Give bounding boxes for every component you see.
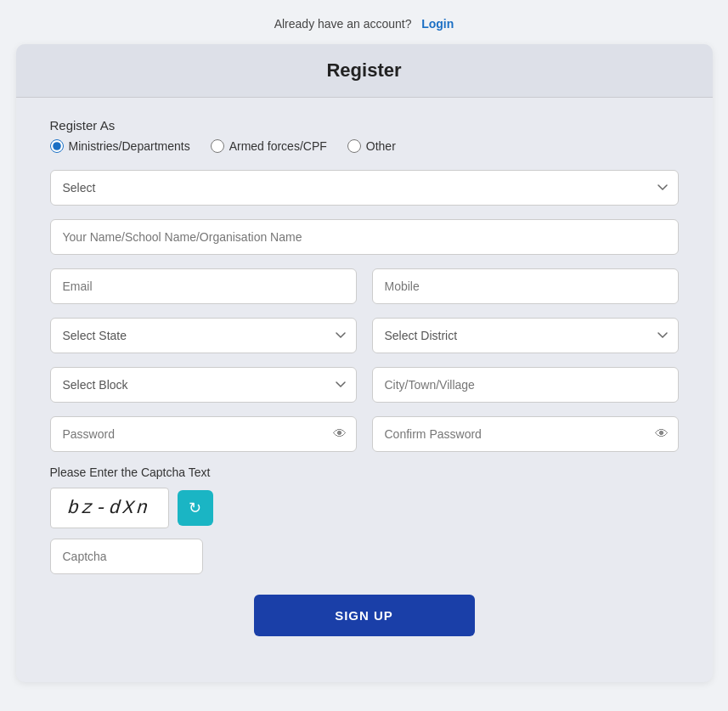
confirm-password-group: 👁 bbox=[372, 416, 679, 452]
password-wrapper: 👁 bbox=[50, 416, 357, 452]
radio-armed[interactable]: Armed forces/CPF bbox=[211, 139, 327, 153]
signup-button[interactable]: SIGN UP bbox=[254, 595, 475, 636]
email-group bbox=[50, 268, 357, 304]
login-link[interactable]: Login bbox=[421, 17, 454, 31]
password-group: 👁 bbox=[50, 416, 357, 452]
confirm-password-input[interactable] bbox=[372, 416, 679, 452]
email-input[interactable] bbox=[50, 268, 357, 304]
name-row bbox=[50, 219, 679, 255]
radio-ministries-label: Ministries/Departments bbox=[69, 139, 190, 153]
captcha-label: Please Enter the Captcha Text bbox=[50, 466, 679, 479]
radio-armed-label: Armed forces/CPF bbox=[229, 139, 327, 153]
block-group: Select Block bbox=[50, 367, 357, 403]
password-eye-icon[interactable]: 👁 bbox=[333, 426, 347, 442]
card-header: Register bbox=[16, 44, 713, 98]
password-input[interactable] bbox=[50, 416, 357, 452]
radio-other-input[interactable] bbox=[347, 139, 361, 153]
register-as-label: Register As bbox=[50, 118, 679, 133]
name-input[interactable] bbox=[50, 219, 679, 255]
block-city-row: Select Block bbox=[50, 367, 679, 403]
radio-other[interactable]: Other bbox=[347, 139, 396, 153]
password-row: 👁 👁 bbox=[50, 416, 679, 452]
radio-ministries[interactable]: Ministries/Departments bbox=[50, 139, 190, 153]
mobile-group bbox=[372, 268, 679, 304]
select-dropdown[interactable]: Select bbox=[50, 170, 679, 206]
mobile-input[interactable] bbox=[372, 268, 679, 304]
radio-group: Ministries/Departments Armed forces/CPF … bbox=[50, 139, 679, 153]
captcha-row: bz-dXn ↻ bbox=[50, 488, 679, 528]
name-group bbox=[50, 219, 679, 255]
confirm-password-eye-icon[interactable]: 👁 bbox=[655, 426, 669, 442]
district-group: Select District bbox=[372, 318, 679, 353]
register-card: Register Register As Ministries/Departme… bbox=[16, 44, 713, 682]
confirm-password-wrapper: 👁 bbox=[372, 416, 679, 452]
state-group: Select State bbox=[50, 318, 357, 353]
card-title: Register bbox=[16, 59, 713, 82]
city-group bbox=[372, 367, 679, 403]
select-block[interactable]: Select Block bbox=[50, 367, 357, 403]
captcha-refresh-button[interactable]: ↻ bbox=[178, 490, 213, 526]
radio-armed-input[interactable] bbox=[211, 139, 224, 153]
email-mobile-row bbox=[50, 268, 679, 304]
captcha-image: bz-dXn bbox=[50, 488, 169, 528]
captcha-section: Please Enter the Captcha Text bz-dXn ↻ bbox=[50, 466, 679, 574]
captcha-input[interactable] bbox=[50, 539, 203, 574]
captcha-display-text: bz-dXn bbox=[67, 498, 151, 519]
already-account-text: Already have an account? bbox=[274, 17, 412, 31]
radio-other-label: Other bbox=[366, 139, 396, 153]
top-bar: Already have an account? Login bbox=[274, 17, 454, 31]
card-body: Register As Ministries/Departments Armed… bbox=[16, 98, 713, 657]
select-row: Select bbox=[50, 170, 679, 206]
select-state[interactable]: Select State bbox=[50, 318, 357, 353]
state-district-row: Select State Select District bbox=[50, 318, 679, 353]
radio-ministries-input[interactable] bbox=[50, 139, 64, 153]
city-input[interactable] bbox=[372, 367, 679, 403]
select-group: Select bbox=[50, 170, 679, 206]
select-district[interactable]: Select District bbox=[372, 318, 679, 353]
